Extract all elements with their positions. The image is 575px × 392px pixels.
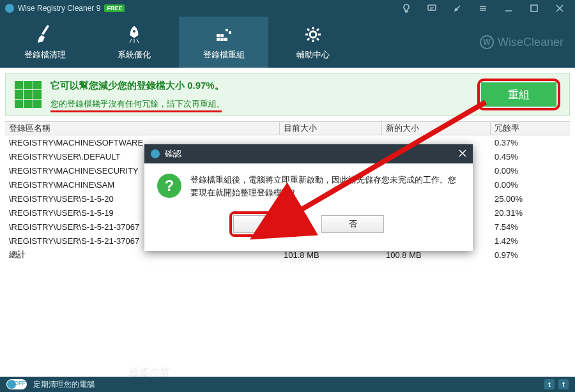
lightbulb-icon[interactable]	[394, 0, 419, 17]
svg-rect-9	[229, 31, 231, 34]
svg-rect-5	[217, 38, 220, 41]
cell-ratio: 7.54%	[491, 222, 570, 232]
cell-ratio: 0.00%	[491, 166, 570, 176]
col-current[interactable]: 目前大小	[280, 122, 382, 135]
dialog-titlebar: 確認	[144, 144, 473, 163]
tab-registry-defrag[interactable]: 登錄檔重組	[179, 17, 268, 68]
svg-point-2	[133, 30, 135, 33]
cell-ratio: 0.45%	[491, 152, 570, 162]
brand-text: WiseCleaner	[498, 36, 564, 49]
brand-logo: W WiseCleaner	[480, 35, 564, 49]
svg-rect-4	[220, 34, 224, 37]
tab-label: 系統優化	[118, 49, 151, 61]
info-banner: 它可以幫您減少您的登錄檔大小 0.97%。 您的登錄檔幾乎沒有任何冗餘，請下次再…	[5, 73, 570, 116]
banner-subtitle: 您的登錄檔幾乎沒有任何冗餘，請下次再重組。	[50, 98, 225, 110]
wisecleaner-icon: W	[480, 35, 494, 49]
rocket-icon	[123, 24, 145, 45]
svg-rect-8	[226, 29, 228, 31]
tab-registry-clean[interactable]: 登錄檔清理	[0, 17, 89, 68]
svg-rect-3	[217, 34, 220, 37]
cell-ratio: 0.97%	[491, 250, 570, 260]
close-button[interactable]	[547, 0, 572, 17]
tab-system-optimize[interactable]: 系統優化	[89, 17, 179, 68]
main-toolbar: 登錄檔清理 系統優化 登錄檔重組 輔助中心 W WiseCleaner	[0, 17, 575, 68]
svg-point-10	[310, 31, 316, 38]
banner-title: 它可以幫您減少您的登錄檔大小 0.97%。	[50, 80, 225, 92]
dialog-title: 確認	[165, 148, 181, 160]
question-icon: ?	[157, 174, 181, 198]
status-bar: OFF 定期清理您的電腦 t f	[0, 377, 575, 392]
cell-current: 101.8 MB	[280, 250, 382, 260]
free-badge: FREE	[104, 4, 125, 12]
col-name[interactable]: 登錄區名稱	[5, 122, 280, 135]
yes-button[interactable]: 是	[233, 215, 296, 233]
schedule-toggle[interactable]: OFF	[6, 379, 27, 389]
gear-icon	[302, 24, 324, 45]
window-titlebar: Wise Registry Cleaner 9 FREE	[0, 0, 575, 17]
feedback-icon[interactable]	[419, 0, 445, 17]
cell-ratio: 1.42%	[491, 236, 570, 246]
dialog-close-button[interactable]	[459, 149, 466, 159]
col-new[interactable]: 新的大小	[382, 122, 491, 135]
svg-rect-7	[224, 38, 227, 41]
defrag-icon	[213, 24, 234, 45]
defrag-button[interactable]: 重組	[481, 82, 556, 107]
status-text: 定期清理您的電腦	[33, 379, 95, 390]
cell-ratio: 0.37%	[491, 138, 570, 147]
grid-icon	[15, 81, 42, 108]
cell-ratio: 25.00%	[491, 194, 570, 204]
menu-icon[interactable]	[470, 0, 496, 17]
tab-label: 登錄檔重組	[203, 49, 245, 61]
red-underline-annotation	[50, 110, 222, 112]
dialog-logo-icon	[151, 149, 160, 158]
maximize-button[interactable]	[521, 0, 547, 17]
tab-label: 輔助中心	[296, 49, 330, 61]
cell-ratio: 20.31%	[491, 208, 570, 218]
social-links: t f	[544, 379, 569, 389]
brush-icon	[34, 24, 56, 45]
col-ratio[interactable]: 冗餘率	[491, 122, 570, 135]
confirm-dialog: 確認 ? 登錄檔重組後，電腦將立即重新啟動，因此請先儲存您未完成的工作。您要現在…	[144, 144, 473, 251]
minimize-button[interactable]	[496, 0, 521, 17]
svg-rect-1	[531, 5, 537, 11]
app-logo-icon	[5, 4, 14, 13]
tab-label: 登錄檔清理	[24, 49, 66, 61]
table-header: 登錄區名稱 目前大小 新的大小 冗餘率	[5, 121, 570, 135]
no-button[interactable]: 否	[321, 215, 384, 233]
app-title: Wise Registry Cleaner 9	[18, 4, 100, 13]
tab-help-center[interactable]: 輔助中心	[268, 17, 358, 68]
red-highlight-annotation: 是	[229, 211, 300, 237]
cell-ratio: 0.00%	[491, 180, 570, 190]
dialog-message: 登錄檔重組後，電腦將立即重新啟動，因此請先儲存您未完成的工作。您要現在就開始整理…	[190, 174, 460, 199]
settings-icon[interactable]	[445, 0, 470, 17]
twitter-icon[interactable]: t	[544, 379, 555, 389]
cell-new: 100.8 MB	[382, 250, 491, 260]
svg-rect-6	[220, 38, 224, 41]
red-highlight-annotation: 重組	[477, 79, 560, 110]
facebook-icon[interactable]: f	[558, 379, 569, 389]
